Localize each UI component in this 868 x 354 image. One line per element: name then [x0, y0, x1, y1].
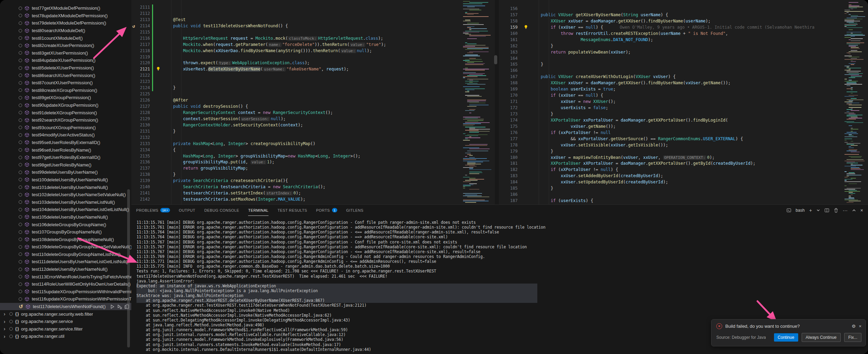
code-line[interactable]: 165 } — [499, 61, 843, 68]
sidebar-item-test[interactable]: test103deleteUsersByUserNameListNull() — [0, 198, 131, 206]
code-line[interactable]: 175 vxUser.getName()); — [499, 124, 843, 130]
code-line[interactable]: 181 XXPortalUser xXPortalUser = daoManag… — [499, 161, 843, 167]
code-line[interactable]: 159 if (xxUser == null) {Owen O'Malley, … — [499, 25, 843, 31]
sidebar-item-test[interactable]: test97getUserRolesByExternalID() — [0, 154, 131, 161]
sidebar-item-package[interactable]: ›{ }org.apache.ranger.security.web.filte… — [0, 310, 131, 318]
sidebar-item-test[interactable]: test112deleteUsersByUserNameNull() — [0, 266, 131, 273]
maximize-panel-icon[interactable] — [852, 209, 856, 212]
code-line[interactable]: 184 xxUser.setUpdatedByUserId(createdByU… — [499, 179, 843, 185]
split-terminal-icon[interactable] — [824, 208, 829, 213]
sidebar-item-test[interactable]: test84updateXUserPermission() — [0, 57, 131, 64]
code-line[interactable]: 158 XXUser xxUser = daoManager.getXXUser… — [499, 18, 843, 25]
code-line[interactable]: 163 return populateViewBean(xxUser); — [499, 49, 843, 56]
history-icon[interactable]: ↺ — [132, 23, 135, 29]
code-line[interactable]: 173 } — [499, 111, 843, 117]
code-line[interactable]: 170 if (xxUser == null) { — [499, 93, 843, 99]
code-line[interactable]: 157 public VXUser getXUserByUserName(Str… — [499, 12, 843, 18]
shell-label[interactable]: bash — [796, 208, 805, 213]
code-line[interactable]: 186 — [499, 192, 843, 198]
sidebar-item-test[interactable]: test90updateXGroupPermission() — [0, 102, 131, 109]
code-line[interactable]: 156 — [499, 6, 843, 12]
sidebar-item-test[interactable]: test113ErrorWhenRoleUserIsTryingToFetchA… — [0, 273, 131, 280]
sidebar-item-test[interactable]: test87countXUserPermission() — [0, 79, 131, 87]
sidebar-item-test[interactable]: test80searchXModuleDef() — [0, 27, 131, 35]
panel-tab-terminal[interactable]: TERMINAL — [248, 205, 268, 216]
sidebar-item-test[interactable]: test89getXGroupPermission() — [0, 94, 131, 102]
sidebar-item-test[interactable]: test77getXModuleDefPermission() — [0, 4, 131, 12]
code-line[interactable]: 185 } — [499, 185, 843, 192]
code-line[interactable]: 187 if (userExists) { — [499, 198, 843, 204]
code-line[interactable]: 161 MessageEnums.DATA_NOT_FOUND); — [499, 37, 843, 43]
sidebar-item-test[interactable]: test94modifyUserActiveStatus() — [0, 131, 131, 139]
code-line[interactable]: 168 XXUser xxUser = daoManager.getXXUser… — [499, 80, 843, 86]
sidebar-item-test[interactable]: test115updateXGroupPermissionWithInvalid… — [0, 288, 131, 296]
sidebar-item-test[interactable]: test98getUserRolesByName() — [0, 161, 131, 169]
sidebar-item-test[interactable]: test102deleteUsersByUserNameSetValueNull… — [0, 191, 131, 199]
code-line[interactable]: 178 vxUser.setIsVisible(xxUser.getIsVisi… — [499, 142, 843, 149]
code-line[interactable]: 164 — [499, 56, 843, 62]
sidebar-item-test[interactable]: test83getXUserPermission() — [0, 49, 131, 57]
sidebar-item-test[interactable]: test85deleteXUserPermission() — [0, 64, 131, 72]
panel-tab-gitlens[interactable]: GITLENS — [346, 205, 364, 216]
kill-terminal-trash-icon[interactable] — [834, 208, 838, 213]
code-line[interactable]: 172 userExists = false; — [499, 105, 843, 111]
sidebar-item-test[interactable]: test96setUserRolesByName() — [0, 146, 131, 154]
chevron-right-icon[interactable]: › — [2, 319, 7, 324]
always-continue-button[interactable]: Always Continue — [802, 333, 841, 342]
panel-tab-ports[interactable]: PORTS1 — [316, 205, 337, 216]
sidebar-item-test[interactable]: test91deleteXGroupPermission() — [0, 109, 131, 116]
sidebar-item-test[interactable]: test106deleteGroupsByGroupName() — [0, 221, 131, 228]
editor-right[interactable]: 156157 public VXUser getXUserByUserName(… — [499, 0, 843, 204]
code-line[interactable]: 176 if (xxPortalUser != null — [499, 130, 843, 136]
panel-tab-debug-console[interactable]: DEBUG CONSOLE — [204, 205, 239, 216]
sidebar-item-test[interactable]: test93countXGroupPermission() — [0, 124, 131, 132]
continue-button[interactable]: Continue — [774, 333, 798, 342]
editor-scrollbar-handle[interactable] — [494, 55, 497, 64]
lightbulb-icon[interactable] — [523, 25, 528, 29]
code-line[interactable]: 180 xxUser = mapViewToEntityBean(vxUser,… — [499, 155, 843, 161]
minimap-right[interactable] — [843, 0, 868, 204]
sidebar-item-test[interactable]: ↺test117deleteUsersWhenNotFound() — [0, 303, 131, 310]
sidebar-item-test[interactable]: test95setUserRolesByExternalID() — [0, 139, 131, 146]
sidebar-item-package[interactable]: ›{ }org.apache.ranger.service.filter — [0, 325, 131, 333]
sidebar-item-test[interactable]: test104deleteUsersByUserNameListGetListN… — [0, 206, 131, 213]
more-actions-icon[interactable]: ··· — [843, 208, 848, 213]
sidebar-item-test[interactable]: test114RoleUserWillGetOnlyHisOwnUserDeta… — [0, 280, 131, 288]
terminal-dropdown-icon[interactable] — [817, 209, 820, 212]
lightbulb-icon[interactable] — [156, 66, 161, 71]
sidebar-item-package[interactable]: ›{ }org.apache.ranger.service — [0, 318, 131, 325]
sidebar-item-test[interactable]: test107GroupsByGroupNameNull() — [0, 228, 131, 236]
code-line[interactable]: 171 xxUser = new XXUser(); — [499, 99, 843, 105]
code-line[interactable]: 183 xxUser.setAddedByUserId(createdByUse… — [499, 173, 843, 179]
panel-tab-problems[interactable]: PROBLEMS1K+ — [136, 205, 170, 216]
code-line[interactable]: 160 throw restErrorUtil.createRESTExcept… — [499, 31, 843, 37]
code-line[interactable]: 167 public VXUser createXUserWithOutLogi… — [499, 74, 843, 80]
code-line[interactable]: 182 if (xXPortalUser != null) { — [499, 167, 843, 173]
sidebar-item-test[interactable]: test81countXModuleDef() — [0, 34, 131, 42]
notification-close-icon[interactable]: × — [859, 324, 861, 329]
sidebar-item-test[interactable]: test105deleteUsersByUserNameNull() — [0, 213, 131, 221]
code-line[interactable]: 174 XXPortalUser xxPortalUser = daoManag… — [499, 117, 843, 124]
sidebar-item-package[interactable]: ›{ }org.apache.ranger.util — [0, 333, 131, 340]
close-panel-icon[interactable]: × — [860, 208, 863, 213]
panel-tab-output[interactable]: OUTPUT — [179, 205, 196, 216]
sidebar-item-test[interactable]: test101deleteUsersByUserNameNull() — [0, 183, 131, 191]
code-line[interactable]: 166 — [499, 68, 843, 74]
sidebar-item-test[interactable]: test79deleteXModuleDefPermission() — [0, 19, 131, 27]
sidebar-item-test[interactable]: test111deleteUsersByUserNameListGetListN… — [0, 258, 131, 266]
sidebar-scrollbar[interactable] — [127, 189, 130, 347]
chevron-right-icon[interactable]: › — [2, 311, 7, 317]
sidebar-item-test[interactable]: test109deleteGroupsByGroupNameSetValueNu… — [0, 243, 131, 251]
code-line[interactable]: 177 && xxPortalUser.getUserSource() == R… — [499, 136, 843, 142]
new-terminal-button[interactable]: + — [809, 208, 812, 213]
run-test-icon[interactable] — [110, 304, 115, 309]
code-line[interactable]: 179 } — [499, 149, 843, 155]
sidebar-item-test[interactable]: test100deleteUsersByUserNameNull() — [0, 176, 131, 184]
minimap-center[interactable] — [462, 0, 495, 204]
sidebar-item-test[interactable]: test99deleteUsersByUserName() — [0, 169, 131, 176]
code-line[interactable]: 169 boolean userExists = true; — [499, 86, 843, 93]
sidebar-item-test[interactable]: test82createXUserPermission() — [0, 42, 131, 49]
sidebar-item-test[interactable]: test78updateXModuleDefPermission() — [0, 12, 131, 20]
chevron-right-icon[interactable]: › — [2, 326, 7, 332]
notification-settings-gear-icon[interactable]: ⚙ — [852, 324, 856, 329]
